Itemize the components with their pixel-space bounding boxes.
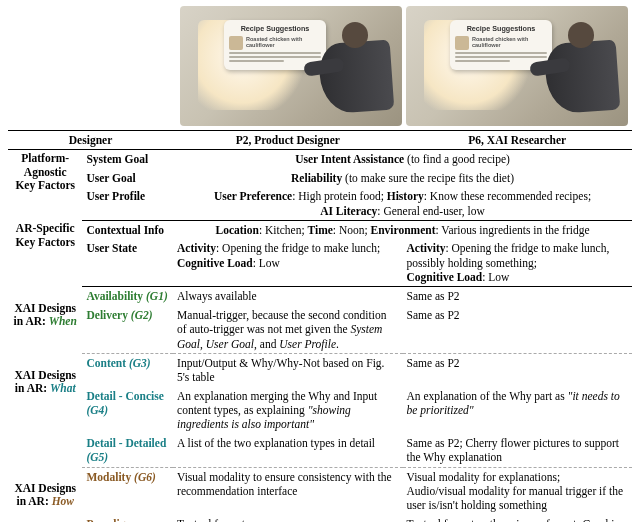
person-head: [342, 22, 368, 48]
sublabel-detail-detailed: Detail - Detailed (G5): [82, 434, 173, 467]
table-row: User Goal Reliability (to make sure the …: [8, 169, 632, 187]
col-header-p2: P2, Product Designer: [173, 131, 402, 150]
rowgroup-how: XAI Designsin AR: How: [8, 467, 82, 522]
person-torso: [318, 40, 395, 115]
person-silhouette: [524, 16, 624, 122]
table-row: User State Activity: Opening the fridge …: [8, 239, 632, 287]
table-row: Platform- Agnostic Key Factors System Go…: [8, 150, 632, 169]
table-header-row: Designer P2, Product Designer P6, XAI Re…: [8, 131, 632, 150]
value-modality-p2: Visual modality to ensure consistency wi…: [173, 467, 402, 515]
person-torso: [544, 40, 621, 115]
sublabel-user-goal: User Goal: [82, 169, 173, 187]
sublabel-system-goal: System Goal: [82, 150, 173, 169]
value-delivery-p6: Same as P2: [403, 306, 632, 354]
value-system-goal: User Intent Assistance (to find a good r…: [173, 150, 632, 169]
scenario-image-p6: Recipe Suggestions Roasted chicken with …: [406, 6, 628, 126]
sublabel-contextual-info: Contextual Info: [82, 220, 173, 239]
value-detailed-p2: A list of the two explanation types in d…: [173, 434, 402, 467]
col-header-p6: P6, XAI Researcher: [403, 131, 632, 150]
value-user-profile: User Preference: High protein food; Hist…: [173, 187, 632, 220]
sublabel-format: Paradigm - Format (G7): [82, 515, 173, 522]
scenario-image-p2: Recipe Suggestions Roasted chicken with …: [180, 6, 402, 126]
value-modality-p6: Visual modality for explanations;Audio/v…: [403, 467, 632, 515]
person-silhouette: [298, 16, 398, 122]
person-head: [568, 22, 594, 48]
rowgroup-when: XAI Designsin AR: When: [8, 287, 82, 354]
value-contextual-info: Location: Kitchen; Time: Noon; Environme…: [173, 220, 632, 239]
sublabel-user-state: User State: [82, 239, 173, 287]
col-header-designer: Designer: [8, 131, 173, 150]
sublabel-content: Content (G3): [82, 353, 173, 386]
value-concise-p6: An explanation of the Why part as "it ne…: [403, 387, 632, 434]
value-content-p2: Input/Output & Why/Why-Not based on Fig.…: [173, 353, 402, 386]
value-availability-p6: Same as P2: [403, 287, 632, 306]
value-user-goal: Reliability (to make sure the recipe fit…: [173, 169, 632, 187]
rowgroup-platform-agnostic: Platform- Agnostic Key Factors: [8, 150, 82, 221]
value-content-p6: Same as P2: [403, 353, 632, 386]
value-concise-p2: An explanation merging the Why and Input…: [173, 387, 402, 434]
rowgroup-what: XAI Designsin AR: What: [8, 353, 82, 467]
recipe-thumb: [229, 36, 243, 50]
table-row: AR-Specific Key Factors Contextual Info …: [8, 220, 632, 239]
value-format-p2: Textual format: [173, 515, 402, 522]
sublabel-detail-concise: Detail - Concise (G4): [82, 387, 173, 434]
sublabel-availability: Availability (G1): [82, 287, 173, 306]
value-user-state-p2: Activity: Opening the fridge to make lun…: [173, 239, 402, 287]
table-row: XAI Designsin AR: When Availability (G1)…: [8, 287, 632, 306]
page-root: Recipe Suggestions Roasted chicken with …: [0, 0, 640, 522]
recipe-thumb: [455, 36, 469, 50]
table-row: User Profile User Preference: High prote…: [8, 187, 632, 220]
table-row: Detail - Concise (G4) An explanation mer…: [8, 387, 632, 434]
table-row: Delivery (G2) Manual-trigger, because th…: [8, 306, 632, 354]
rowgroup-ar-specific: AR-Specific Key Factors: [8, 220, 82, 287]
table-row: Paradigm - Format (G7) Textual format Te…: [8, 515, 632, 522]
scenario-images-row: Recipe Suggestions Roasted chicken with …: [8, 6, 632, 126]
table-row: XAI Designsin AR: How Modality (G6) Visu…: [8, 467, 632, 515]
sublabel-user-profile: User Profile: [82, 187, 173, 220]
value-delivery-p2: Manual-trigger, because the second condi…: [173, 306, 402, 354]
comparison-table: Designer P2, Product Designer P6, XAI Re…: [8, 130, 632, 522]
value-format-p6: Textual format as the primary format; Gr…: [403, 515, 632, 522]
table-row: Detail - Detailed (G5) A list of the two…: [8, 434, 632, 467]
sublabel-delivery: Delivery (G2): [82, 306, 173, 354]
recipe-divider: [229, 60, 284, 62]
value-availability-p2: Always available: [173, 287, 402, 306]
value-user-state-p6: Activity: Opening the fridge to make lun…: [403, 239, 632, 287]
sublabel-modality: Modality (G6): [82, 467, 173, 515]
recipe-divider: [455, 60, 510, 62]
table-row: XAI Designsin AR: What Content (G3) Inpu…: [8, 353, 632, 386]
value-detailed-p6: Same as P2; Cherry flower pictures to su…: [403, 434, 632, 467]
